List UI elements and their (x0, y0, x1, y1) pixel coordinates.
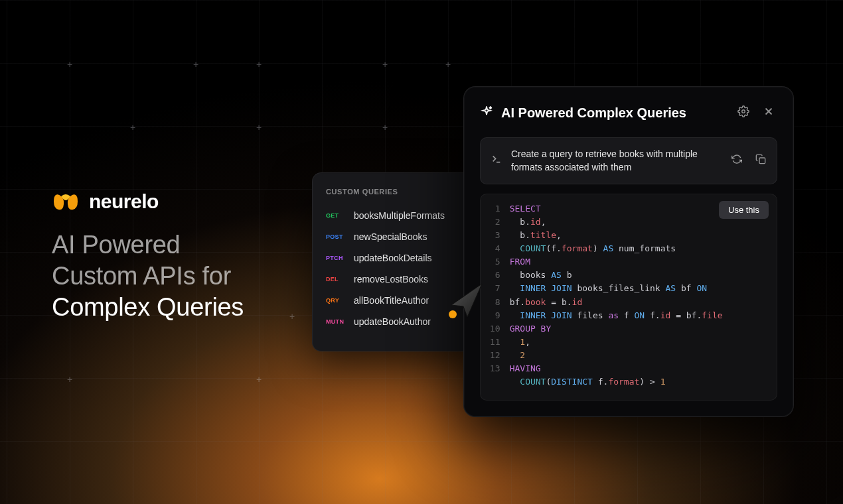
http-method-badge: PTCH (326, 255, 346, 261)
query-name: allBookTitleAuthor (354, 295, 429, 306)
prompt-text: Create a query to retrieve books with mu… (511, 147, 722, 174)
http-method-badge: DEL (326, 276, 346, 283)
query-item[interactable]: MUTNupdateBookAuthor (326, 311, 477, 332)
query-item[interactable]: GETbooksMultipleFormats (326, 205, 477, 226)
http-method-badge: MUTN (326, 318, 346, 325)
query-item[interactable]: PTCHupdateBookDetails (326, 247, 477, 269)
code-content: SELECT b.id, b.title, COUNT(f.format) AS… (510, 202, 723, 389)
sparkle-icon (480, 105, 493, 121)
query-name: updateBookAuthor (354, 316, 431, 327)
ai-panel-title: AI Powered Complex Queries (501, 105, 727, 121)
refresh-button[interactable] (731, 154, 742, 167)
copy-button[interactable] (755, 154, 766, 167)
headline-line-3: Complex Queries (52, 292, 244, 323)
svg-rect-1 (759, 158, 765, 164)
ai-queries-panel: AI Powered Complex Queries Create a quer… (463, 86, 794, 417)
query-name: updateBookDetails (354, 253, 432, 263)
code-block: Use this 12345678910111213 SELECT b.id, … (480, 194, 777, 401)
query-name: newSpecialBooks (354, 231, 427, 242)
http-method-badge: GET (326, 212, 346, 219)
headline-line-2: Custom APIs for (52, 261, 244, 292)
query-item[interactable]: POSTnewSpecialBooks (326, 226, 477, 247)
brand-name: neurelo (89, 190, 159, 213)
query-item[interactable]: QRYallBookTitleAuthor (326, 290, 477, 311)
query-name: booksMultipleFormats (354, 210, 445, 221)
logo-mark-icon (52, 190, 80, 214)
close-button[interactable] (760, 103, 777, 123)
hero-headline: AI Powered Custom APIs for Complex Queri… (52, 229, 244, 323)
settings-button[interactable] (735, 103, 752, 123)
brand-logo: neurelo (52, 190, 244, 214)
query-name: removeLostBooks (354, 274, 428, 284)
use-this-button[interactable]: Use this (719, 201, 769, 219)
line-numbers: 12345678910111213 (490, 202, 500, 389)
terminal-icon (491, 154, 502, 167)
query-item[interactable]: DELremoveLostBooks (326, 269, 477, 290)
http-method-badge: POST (326, 233, 346, 240)
prompt-row: Create a query to retrieve books with mu… (480, 137, 777, 184)
headline-line-1: AI Powered (52, 229, 244, 261)
http-method-badge: QRY (326, 297, 346, 304)
svg-point-0 (742, 110, 745, 113)
custom-queries-title: CUSTOM QUERIES (326, 188, 477, 196)
